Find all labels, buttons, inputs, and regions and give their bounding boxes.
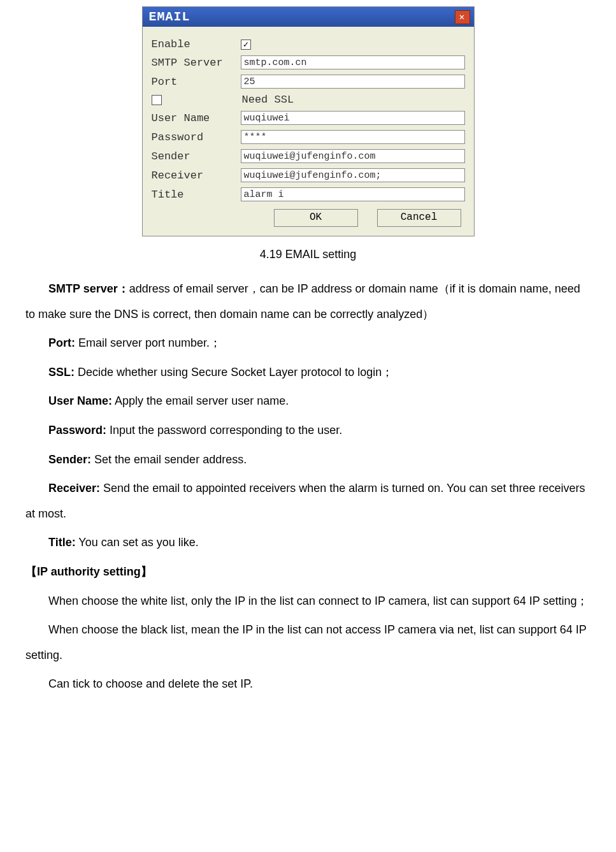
titlef-bold: Title: [48, 536, 76, 549]
port-bold: Port: [48, 336, 75, 349]
row-port: Port [152, 75, 465, 89]
row-title: Title [152, 187, 465, 201]
label-enable: Enable [152, 38, 241, 50]
label-smtp: SMTP Server [152, 57, 241, 69]
document-text: SMTP server：address of email server，can … [6, 277, 610, 697]
sender-input[interactable] [241, 149, 465, 163]
user-text: Apply the email server user name. [112, 394, 289, 407]
label-title: Title [152, 189, 241, 201]
dialog-titlebar: EMAIL ✕ [143, 7, 474, 27]
email-dialog: EMAIL ✕ Enable ✓ SMTP Server Port Need S… [142, 6, 475, 236]
ok-button[interactable]: OK [274, 209, 358, 227]
username-input[interactable] [241, 111, 465, 125]
title-input[interactable] [241, 187, 465, 201]
user-bold: User Name: [48, 394, 112, 407]
button-row: OK Cancel [152, 209, 465, 227]
smtp-bold: SMTP server： [48, 282, 129, 295]
ssl-bold: SSL: [48, 366, 75, 379]
ip-p1: When choose the white list, only the IP … [25, 589, 591, 614]
row-receiver: Receiver [152, 168, 465, 182]
row-ssl: Need SSL [152, 94, 465, 106]
row-password: Password [152, 130, 465, 144]
figure-caption: 4.19 EMAIL setting [6, 248, 610, 261]
enable-checkbox[interactable]: ✓ [241, 40, 251, 50]
ip-heading: 【IP authority setting】 [25, 560, 591, 585]
recv-text: Send the email to appointed receivers wh… [25, 482, 585, 520]
ip-p2: When choose the black list, mean the IP … [25, 617, 591, 668]
row-smtp: SMTP Server [152, 55, 465, 69]
smtp-server-input[interactable] [241, 55, 465, 69]
pass-bold: Password: [48, 424, 106, 437]
receiver-input[interactable] [241, 168, 465, 182]
close-icon: ✕ [459, 11, 465, 22]
port-input[interactable] [241, 75, 465, 89]
port-text: Email server port number.； [75, 336, 221, 349]
cancel-button[interactable]: Cancel [377, 209, 461, 227]
dialog-body: Enable ✓ SMTP Server Port Need SSL User … [143, 27, 474, 236]
ssl-checkbox[interactable] [152, 95, 162, 105]
ip-p3: Can tick to choose and delete the set IP… [25, 672, 591, 697]
row-enable: Enable ✓ [152, 38, 465, 50]
titlef-text: You can set as you like. [76, 536, 199, 549]
row-username: User Name [152, 111, 465, 125]
ssl-text: Decide whether using Secure Socket Layer… [75, 366, 393, 379]
label-ssl: Need SSL [242, 94, 294, 106]
label-port: Port [152, 76, 241, 88]
label-username: User Name [152, 112, 241, 124]
send-bold: Sender: [48, 453, 91, 466]
label-password: Password [152, 131, 241, 143]
label-receiver: Receiver [152, 170, 241, 182]
password-input[interactable] [241, 130, 465, 144]
close-button[interactable]: ✕ [455, 10, 470, 24]
recv-bold: Receiver: [48, 482, 100, 495]
send-text: Set the email sender address. [91, 453, 247, 466]
row-sender: Sender [152, 149, 465, 163]
label-sender: Sender [152, 150, 241, 162]
pass-text: Input the password corresponding to the … [106, 424, 342, 437]
dialog-title: EMAIL [149, 10, 190, 24]
